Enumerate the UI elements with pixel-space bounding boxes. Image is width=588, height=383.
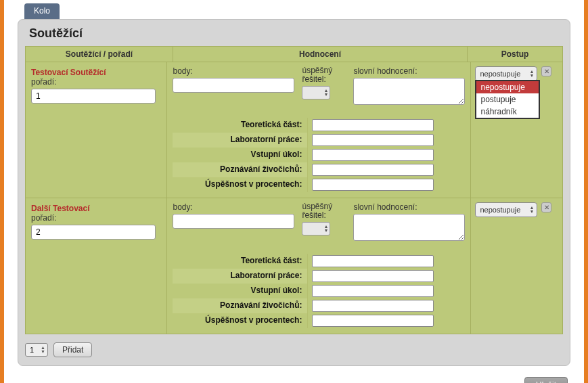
- close-icon: ✕: [544, 68, 549, 75]
- sub-input[interactable]: [312, 119, 434, 131]
- tab-bar: Kolo: [4, 0, 584, 19]
- dropdown-option[interactable]: náhradník: [476, 106, 539, 118]
- table-row: Další Testovací pořadí: body: úspěšný ře…: [25, 198, 563, 334]
- poradi-input[interactable]: [31, 225, 156, 240]
- sub-label: Úspěšnost v procentech:: [173, 313, 308, 328]
- sub-input[interactable]: [312, 255, 434, 267]
- header-mid: Hodnocení: [173, 47, 468, 62]
- sub-input[interactable]: [312, 300, 434, 312]
- sub-input[interactable]: [312, 285, 434, 297]
- cell-right: nepostupuje ▲▼ ✕ nepostupuje postupuje n…: [471, 62, 562, 198]
- table-header: Soutěžící / pořadí Hodnocení Postup: [25, 46, 563, 62]
- delete-row-button[interactable]: ✕: [541, 66, 551, 76]
- cell-mid: body: úspěšný řešitel: ▲▼ slovní hodnoce…: [167, 198, 471, 334]
- postup-dropdown[interactable]: nepostupuje postupuje náhradník: [475, 80, 540, 119]
- uspesny-spinner[interactable]: ▲▼: [302, 86, 330, 99]
- poradi-label: pořadí:: [31, 77, 161, 87]
- chevron-updown-icon: ▲▼: [530, 206, 535, 214]
- sub-label: Úspěšnost v procentech:: [173, 177, 308, 192]
- slovni-textarea[interactable]: [353, 78, 465, 105]
- cell-left: Další Testovací pořadí:: [26, 198, 167, 334]
- competitor-name[interactable]: Další Testovací: [31, 204, 161, 213]
- table-row: Testovací Soutěžící pořadí: body: úspěšn…: [25, 62, 563, 198]
- panel-title: Soutěžící: [18, 20, 570, 46]
- cell-right: nepostupuje ▲▼ ✕: [471, 198, 562, 334]
- delete-row-button[interactable]: ✕: [541, 202, 551, 212]
- sub-label: Poznávání živočichů:: [173, 162, 308, 177]
- body-input[interactable]: [173, 214, 294, 229]
- save-button[interactable]: Uložit: [524, 377, 568, 383]
- postup-value: nepostupuje: [480, 70, 520, 78]
- grid: Soutěžící / pořadí Hodnocení Postup Test…: [25, 46, 563, 334]
- sub-label: Laboratorní práce:: [173, 269, 308, 284]
- close-icon: ✕: [544, 204, 549, 211]
- body-label: body:: [173, 202, 298, 212]
- sub-input[interactable]: [312, 315, 434, 327]
- header-left: Soutěžící / pořadí: [26, 47, 173, 62]
- chevron-updown-icon: ▲▼: [41, 346, 45, 354]
- sub-label: Teoretická část:: [173, 118, 308, 133]
- sub-input[interactable]: [312, 134, 434, 146]
- sub-label: Vstupní úkol:: [173, 284, 308, 298]
- slovni-label: slovní hodnocení:: [353, 66, 465, 76]
- add-row-controls: 1 ▲▼ Přidat: [25, 342, 570, 357]
- body-input[interactable]: [173, 78, 294, 93]
- cell-left: Testovací Soutěžící pořadí:: [26, 62, 167, 198]
- dropdown-option[interactable]: nepostupuje: [476, 81, 539, 93]
- postup-select[interactable]: nepostupuje ▲▼: [475, 66, 537, 81]
- cell-mid: body: úspěšný řešitel: ▲▼ slovní hodnoce…: [167, 62, 471, 198]
- sub-input[interactable]: [312, 149, 434, 161]
- uspesny-label: úspěšný řešitel:: [302, 202, 349, 220]
- add-count-spinner[interactable]: 1 ▲▼: [25, 343, 48, 357]
- sub-label: Poznávání živočichů:: [173, 298, 308, 313]
- sub-label: Vstupní úkol:: [173, 148, 308, 162]
- sub-input[interactable]: [312, 270, 434, 282]
- dropdown-option[interactable]: postupuje: [476, 93, 539, 106]
- body-label: body:: [173, 66, 298, 76]
- header-right: Postup: [468, 47, 562, 62]
- add-count-value: 1: [30, 346, 34, 354]
- poradi-input[interactable]: [31, 89, 156, 104]
- sub-input[interactable]: [312, 179, 434, 191]
- panel-soutez: Soutěžící Soutěžící / pořadí Hodnocení P…: [18, 19, 570, 366]
- sub-table: Teoretická část: Laboratorní práce: Vstu…: [173, 254, 465, 328]
- add-button[interactable]: Přidat: [53, 342, 92, 357]
- uspesny-label: úspěšný řešitel:: [302, 66, 349, 84]
- sub-label: Teoretická část:: [173, 254, 308, 269]
- uspesny-spinner[interactable]: ▲▼: [302, 222, 330, 235]
- slovni-label: slovní hodnocení:: [353, 202, 465, 212]
- postup-value: nepostupuje: [480, 206, 520, 214]
- tab-kolo[interactable]: Kolo: [24, 3, 60, 19]
- chevron-updown-icon: ▲▼: [530, 70, 535, 78]
- save-area: Uložit: [4, 373, 584, 383]
- competitor-name[interactable]: Testovací Soutěžící: [31, 68, 161, 77]
- sub-table: Teoretická část: Laboratorní práce: Vstu…: [173, 118, 465, 192]
- sub-label: Laboratorní práce:: [173, 133, 308, 148]
- poradi-label: pořadí:: [31, 213, 161, 223]
- slovni-textarea[interactable]: [353, 214, 465, 241]
- postup-select[interactable]: nepostupuje ▲▼: [475, 202, 537, 217]
- sub-input[interactable]: [312, 164, 434, 176]
